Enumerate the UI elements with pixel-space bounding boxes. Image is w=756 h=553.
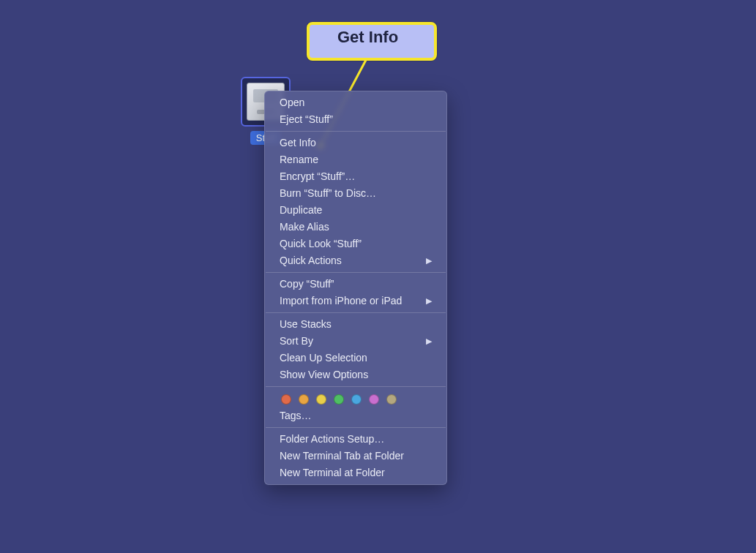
menu-separator — [266, 131, 446, 132]
menu-item[interactable]: Burn “Stuff” to Disc… — [265, 185, 446, 202]
menu-item-label: Use Stacks — [280, 317, 332, 331]
menu-item-label: New Terminal Tab at Folder — [280, 449, 404, 463]
submenu-arrow-icon: ▶ — [426, 294, 432, 308]
menu-item[interactable]: Encrypt “Stuff”… — [265, 168, 446, 185]
menu-item[interactable]: Tags… — [265, 407, 446, 424]
menu-item-label: Eject “Stuff” — [280, 113, 333, 127]
tag-dot-4[interactable] — [351, 394, 362, 405]
menu-item-label: Rename — [280, 153, 318, 167]
menu-item[interactable]: New Terminal Tab at Folder — [265, 448, 446, 464]
menu-item[interactable]: Import from iPhone or iPad▶ — [265, 293, 446, 309]
menu-item-label: Sort By — [280, 334, 313, 348]
menu-separator — [266, 427, 446, 428]
menu-item-label: Copy “Stuff” — [280, 277, 334, 291]
tag-dot-3[interactable] — [334, 394, 344, 405]
menu-item[interactable]: Quick Actions▶ — [265, 252, 446, 269]
menu-item[interactable]: Open — [265, 94, 446, 111]
menu-item-label: Tags… — [280, 409, 312, 423]
menu-item[interactable]: Folder Actions Setup… — [265, 431, 446, 448]
callout-label: Get Info — [337, 28, 398, 47]
menu-item-label: Make Alias — [280, 220, 329, 234]
menu-item-label: New Terminal at Folder — [280, 466, 385, 480]
menu-item-label: Burn “Stuff” to Disc… — [280, 187, 376, 200]
menu-item-label: Duplicate — [280, 203, 322, 217]
menu-item-label: Import from iPhone or iPad — [280, 294, 402, 308]
submenu-arrow-icon: ▶ — [426, 334, 432, 348]
menu-item-label: Quick Look “Stuff” — [280, 237, 362, 251]
menu-item[interactable]: Show View Options — [265, 366, 446, 383]
menu-item[interactable]: Eject “Stuff” — [265, 111, 446, 128]
tag-dot-2[interactable] — [316, 394, 326, 405]
menu-separator — [266, 272, 446, 273]
menu-item[interactable]: Clean Up Selection — [265, 350, 446, 366]
context-menu: OpenEject “Stuff”Get InfoRenameEncrypt “… — [264, 91, 447, 485]
menu-separator — [266, 312, 446, 313]
tag-dot-6[interactable] — [386, 394, 397, 405]
menu-item[interactable]: Get Info — [265, 135, 446, 151]
tag-dot-1[interactable] — [299, 394, 309, 405]
menu-item[interactable]: Copy “Stuff” — [265, 276, 446, 293]
menu-item-label: Show View Options — [280, 368, 368, 382]
menu-item[interactable]: Duplicate — [265, 202, 446, 219]
menu-item-label: Get Info — [280, 136, 316, 150]
menu-item[interactable]: Quick Look “Stuff” — [265, 236, 446, 252]
menu-item[interactable]: Sort By▶ — [265, 333, 446, 350]
menu-item[interactable]: New Terminal at Folder — [265, 464, 446, 481]
menu-item-label: Folder Actions Setup… — [280, 432, 384, 446]
menu-item-label: Clean Up Selection — [280, 351, 367, 365]
menu-item-label: Quick Actions — [280, 254, 342, 268]
menu-separator — [266, 386, 446, 387]
tag-dot-5[interactable] — [369, 394, 379, 405]
tags-row — [265, 390, 446, 407]
menu-item-label: Open — [280, 96, 304, 110]
menu-item[interactable]: Use Stacks — [265, 316, 446, 333]
tag-dot-0[interactable] — [281, 394, 291, 405]
submenu-arrow-icon: ▶ — [426, 254, 432, 268]
menu-item-label: Encrypt “Stuff”… — [280, 170, 355, 184]
menu-item[interactable]: Rename — [265, 151, 446, 168]
menu-item[interactable]: Make Alias — [265, 219, 446, 236]
callout-get-info: Get Info — [307, 22, 437, 61]
